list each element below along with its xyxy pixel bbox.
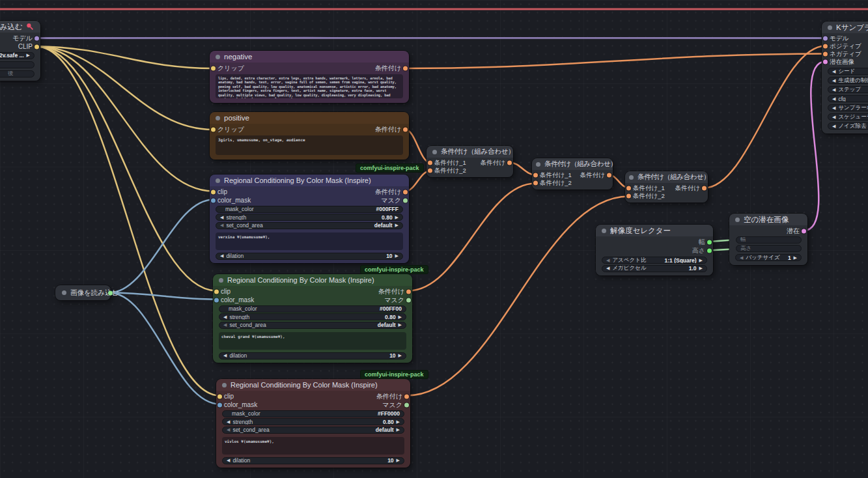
input-port-model[interactable] [823,36,828,41]
resolution-title-bar[interactable]: 解像度セレクター [596,225,713,236]
negative-title-bar[interactable]: negative [210,51,409,63]
increment-arrow-icon[interactable]: ▶ [699,266,703,271]
positive-prompt-textarea[interactable]: 3girls, umamusume, on_stage, audience [216,135,403,155]
height-input-widget[interactable]: 高さ [736,245,802,252]
prev-arrow-icon[interactable]: ◀ [223,322,227,328]
input-port-color-mask[interactable] [217,402,222,407]
input-port-clip[interactable] [211,190,216,194]
collapse-dot-icon[interactable] [432,150,437,154]
hidden-widget-2[interactable]: 後 [0,70,35,77]
input-port-conditioning-1[interactable] [533,173,538,178]
decrement-arrow-icon[interactable]: ◀ [227,458,230,463]
ckpt-name-widget[interactable]: 2v.safe ... ▶ [0,52,35,59]
input-port-color-mask[interactable] [214,298,219,302]
output-port-clip[interactable] [35,44,39,49]
dilation-widget[interactable]: ◀ dilation 10 ▶ [222,457,404,464]
set-cond-area-widget[interactable]: ◀ set_cond_area default ▶ [216,222,403,229]
input-port-clip[interactable] [214,289,219,294]
output-port-model[interactable] [35,36,39,40]
strength-widget[interactable]: ◀ strength 0.80 ▶ [216,214,403,221]
regional-green-title-bar[interactable]: Regional Conditioning By Color Mask (Ins… [213,274,412,286]
output-port-conditioning[interactable] [406,289,411,294]
output-port-conditioning[interactable] [507,161,512,165]
next-arrow-icon[interactable]: ▶ [399,322,402,328]
cfg-widget[interactable]: ◀ cfg [828,95,868,102]
set-cond-area-widget[interactable]: ◀ set_cond_area default ▶ [219,322,406,329]
positive-node[interactable]: positive クリップ 条件付け 3girls, umamusume, on… [210,112,409,160]
regional-blue-title-bar[interactable]: Regional Conditioning By Color Mask (Ins… [210,175,409,186]
dilation-widget[interactable]: ◀ dilation 10 ▶ [216,253,403,260]
set-cond-area-widget[interactable]: ◀ set_cond_area default ▶ [222,427,404,434]
aspect-ratio-widget[interactable]: ◀ アスペクト比 1:1 (Square) ▶ [602,257,707,264]
output-port-conditioning[interactable] [702,186,707,191]
increment-arrow-icon[interactable]: ▶ [395,253,399,259]
prev-arrow-icon[interactable]: ◀ [227,427,230,432]
regional-conditioning-green-node[interactable]: Regional Conditioning By Color Mask (Ins… [213,274,412,363]
input-port-conditioning-2[interactable] [626,194,631,199]
output-port-mask[interactable] [404,402,409,407]
next-arrow-icon[interactable]: ▶ [699,258,703,263]
collapse-dot-icon[interactable] [216,55,220,59]
ksampler-node[interactable]: Kサンプラー モデル ポジティブ ネガティブ 潜在画像 ◀ シード 1 [822,21,868,134]
collapse-dot-icon[interactable] [216,116,220,120]
regional-prompt-textarea[interactable]: cheval grand ¥(umamusume¥), [219,332,406,350]
mask-color-widget[interactable]: mask_color #00FF00 [219,305,406,313]
decrement-arrow-icon[interactable]: ◀ [223,353,227,358]
ksampler-title-bar[interactable]: Kサンプラー [822,21,868,33]
collapse-dot-icon[interactable] [629,175,634,180]
decrement-arrow-icon[interactable]: ◀ [223,315,227,320]
conditioning-combine-node-3[interactable]: 条件付け（組み合わせ） 条件付け_1 条件付け 条件付け_2 [625,171,708,203]
regional-prompt-textarea[interactable]: vivlos ¥(umamusume¥), [222,437,404,455]
collapse-dot-icon[interactable] [602,229,606,233]
collapse-dot-icon[interactable] [62,290,66,295]
input-port-clip[interactable] [217,394,222,399]
load-checkpoint-node[interactable]: チェックポイントを読み込む モデル CLIP 2v.safe ... ▶ 後 [0,21,40,81]
control-after-generate-widget[interactable]: ◀ 生成後の制御 [828,77,868,84]
collapse-dot-icon[interactable] [536,162,540,167]
regional-prompt-textarea[interactable]: verxina ¥(umamusume¥), [216,232,403,250]
increment-arrow-icon[interactable]: ▶ [397,458,400,463]
negative-node[interactable]: negative クリップ 条件付け lips, dated, extra ch… [210,51,409,103]
seed-widget[interactable]: ◀ シード 10 [828,68,868,75]
input-port-conditioning-2[interactable] [428,169,432,173]
output-port-mask[interactable] [403,198,408,203]
output-port-mask[interactable] [406,298,411,302]
scheduler-widget[interactable]: ◀ スケジューラ [828,113,868,120]
input-port-negative[interactable] [823,52,828,57]
megapixel-widget[interactable]: ◀ メガピクセル 1.0 ▶ [602,265,707,272]
input-port-latent-image[interactable] [823,60,828,64]
hidden-widget-1[interactable] [0,61,35,68]
empty-latent-title-bar[interactable]: 空の潜在画像 [729,214,807,225]
decrement-arrow-icon[interactable]: ◀ [606,266,609,271]
collapse-dot-icon[interactable] [828,25,832,30]
prev-arrow-icon[interactable]: ◀ [832,78,835,83]
input-port-clip[interactable] [211,66,216,70]
conditioning-combine-node-1[interactable]: 条件付け（組み合わせ） 条件付け_1 条件付け 条件付け_2 [427,146,513,177]
collapse-dot-icon[interactable] [216,178,220,183]
output-port-height[interactable] [707,248,712,253]
input-port-clip[interactable] [211,127,216,132]
load-image-node[interactable]: 画像を読み込む [55,285,111,300]
next-arrow-icon[interactable]: ▶ [395,223,399,228]
sampler-name-widget[interactable]: ◀ サンプラー名 [828,104,868,111]
prev-arrow-icon[interactable]: ◀ [832,105,835,111]
output-port-conditioning[interactable] [607,173,611,178]
strength-widget[interactable]: ◀ strength 0.80 ▶ [219,313,406,320]
decrement-arrow-icon[interactable]: ◀ [832,124,835,129]
decrement-arrow-icon[interactable]: ◀ [740,255,743,260]
next-arrow-icon[interactable]: ▶ [397,427,400,432]
denoise-widget[interactable]: ◀ ノイズ除去 [828,122,868,130]
collapse-dot-icon[interactable] [222,383,227,387]
collapse-dot-icon[interactable] [735,218,740,222]
input-port-color-mask[interactable] [211,198,216,203]
increment-arrow-icon[interactable]: ▶ [395,215,399,220]
combine3-title-bar[interactable]: 条件付け（組み合わせ） [625,171,708,183]
regional-conditioning-blue-node[interactable]: Regional Conditioning By Color Mask (Ins… [210,175,409,263]
negative-prompt-textarea[interactable]: lips, dated, extra character, extra legs… [216,74,403,98]
output-port-latent[interactable] [802,229,806,233]
decrement-arrow-icon[interactable]: ◀ [832,96,835,102]
conditioning-combine-node-2[interactable]: 条件付け（組み合わせ） 条件付け_1 条件付け 条件付け_2 [532,158,613,190]
positive-title-bar[interactable]: positive [210,112,409,124]
output-port-conditioning[interactable] [403,66,408,70]
increment-arrow-icon[interactable]: ▶ [399,315,402,320]
